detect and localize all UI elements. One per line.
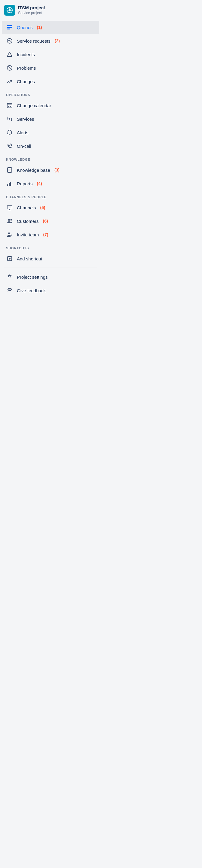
services-icon bbox=[6, 115, 13, 123]
problems-icon bbox=[6, 64, 13, 71]
incidents-label: Incidents bbox=[17, 52, 35, 57]
svg-point-40 bbox=[10, 219, 12, 221]
project-header[interactable]: ITSM project Service project bbox=[0, 0, 101, 21]
change-calendar-label: Change calendar bbox=[17, 103, 51, 108]
nav-item-oncall[interactable]: On-call bbox=[2, 140, 99, 153]
reports-label: Reports bbox=[17, 181, 33, 186]
svg-line-12 bbox=[8, 66, 11, 70]
nav-item-incidents[interactable]: Incidents bbox=[2, 48, 99, 61]
nav-item-customers[interactable]: Customers (6) bbox=[2, 214, 99, 228]
nav-item-services[interactable]: Services bbox=[2, 112, 99, 126]
customers-badge: (6) bbox=[43, 219, 48, 223]
svg-rect-33 bbox=[9, 183, 10, 186]
svg-point-21 bbox=[11, 118, 12, 120]
nav-item-add-shortcut[interactable]: Add shortcut bbox=[2, 252, 99, 265]
svg-rect-34 bbox=[10, 182, 11, 186]
alerts-label: Alerts bbox=[17, 130, 28, 135]
project-name: ITSM project bbox=[18, 5, 45, 11]
nav-item-problems[interactable]: Problems bbox=[2, 61, 99, 74]
customers-label: Customers bbox=[17, 219, 39, 224]
svg-point-25 bbox=[7, 117, 8, 118]
svg-point-49 bbox=[10, 289, 11, 290]
nav-item-service-requests[interactable]: Service requests (2) bbox=[2, 34, 99, 48]
invite-team-icon bbox=[6, 231, 13, 238]
nav-item-changes[interactable]: Changes bbox=[2, 75, 99, 88]
nav-item-invite-team[interactable]: Invite team (7) bbox=[2, 228, 99, 241]
svg-point-27 bbox=[11, 120, 12, 121]
svg-rect-8 bbox=[7, 29, 10, 29]
queues-label: Queues bbox=[17, 25, 33, 30]
svg-point-48 bbox=[9, 289, 10, 290]
add-shortcut-label: Add shortcut bbox=[17, 256, 42, 261]
give-feedback-label: Give feedback bbox=[17, 288, 46, 293]
section-channels: CHANNELS & PEOPLE bbox=[0, 190, 101, 200]
project-icon bbox=[4, 5, 15, 16]
reports-badge: (4) bbox=[37, 181, 42, 186]
svg-rect-35 bbox=[12, 184, 12, 186]
queues-icon bbox=[6, 24, 13, 31]
svg-rect-13 bbox=[7, 103, 12, 108]
add-shortcut-icon bbox=[6, 255, 13, 262]
service-requests-label: Service requests bbox=[17, 38, 51, 43]
problems-label: Problems bbox=[17, 65, 36, 70]
nav-item-reports[interactable]: Reports (4) bbox=[2, 177, 99, 190]
knowledge-base-icon bbox=[6, 166, 13, 174]
nav-item-change-calendar[interactable]: Change calendar bbox=[2, 99, 99, 112]
reports-icon bbox=[6, 180, 13, 187]
section-knowledge: KNOWLEDGE bbox=[0, 153, 101, 163]
knowledge-base-badge: (3) bbox=[54, 167, 59, 173]
project-settings-icon bbox=[6, 273, 13, 281]
nav-item-channels[interactable]: Channels (5) bbox=[2, 201, 99, 214]
svg-point-1 bbox=[8, 9, 10, 11]
nav-item-give-feedback[interactable]: Give feedback bbox=[2, 284, 99, 297]
svg-rect-6 bbox=[7, 25, 12, 26]
section-operations: OPERATIONS bbox=[0, 88, 101, 98]
svg-point-39 bbox=[8, 219, 10, 221]
nav-item-knowledge-base[interactable]: Knowledge base (3) bbox=[2, 163, 99, 177]
svg-marker-10 bbox=[7, 52, 12, 57]
queues-badge: (1) bbox=[37, 25, 42, 30]
svg-point-19 bbox=[9, 118, 10, 120]
services-label: Services bbox=[17, 117, 34, 122]
nav-item-queues[interactable]: Queues (1) bbox=[2, 21, 99, 34]
service-requests-badge: (2) bbox=[55, 38, 60, 43]
svg-rect-32 bbox=[7, 184, 8, 186]
sidebar: ITSM project Service project Queues (1) … bbox=[0, 0, 101, 303]
nav-item-project-settings[interactable]: Project settings bbox=[2, 270, 99, 283]
svg-point-41 bbox=[8, 232, 10, 234]
incidents-icon bbox=[6, 51, 13, 58]
give-feedback-icon bbox=[6, 287, 13, 294]
svg-point-20 bbox=[7, 118, 8, 120]
customers-icon bbox=[6, 217, 13, 225]
nav-item-alerts[interactable]: Alerts bbox=[2, 126, 99, 139]
service-requests-icon bbox=[6, 37, 13, 44]
changes-label: Changes bbox=[17, 79, 35, 84]
svg-rect-18 bbox=[10, 106, 11, 106]
invite-team-badge: (7) bbox=[43, 232, 48, 237]
channels-icon bbox=[6, 204, 13, 211]
oncall-icon bbox=[6, 142, 13, 150]
changes-icon bbox=[6, 78, 13, 85]
svg-point-47 bbox=[8, 289, 9, 290]
project-settings-label: Project settings bbox=[17, 275, 48, 280]
channels-label: Channels bbox=[17, 205, 36, 210]
project-type: Service project bbox=[18, 11, 45, 16]
invite-team-label: Invite team bbox=[17, 232, 39, 237]
oncall-label: On-call bbox=[17, 144, 31, 149]
project-info: ITSM project Service project bbox=[18, 5, 45, 15]
channels-badge: (5) bbox=[40, 205, 45, 210]
alerts-icon bbox=[6, 129, 13, 136]
change-calendar-icon bbox=[6, 102, 13, 109]
section-shortcuts: SHORTCUTS bbox=[0, 242, 101, 252]
svg-rect-36 bbox=[7, 206, 12, 209]
divider bbox=[4, 268, 97, 268]
knowledge-base-label: Knowledge base bbox=[17, 167, 50, 173]
svg-rect-17 bbox=[8, 106, 9, 106]
svg-rect-7 bbox=[7, 27, 12, 28]
